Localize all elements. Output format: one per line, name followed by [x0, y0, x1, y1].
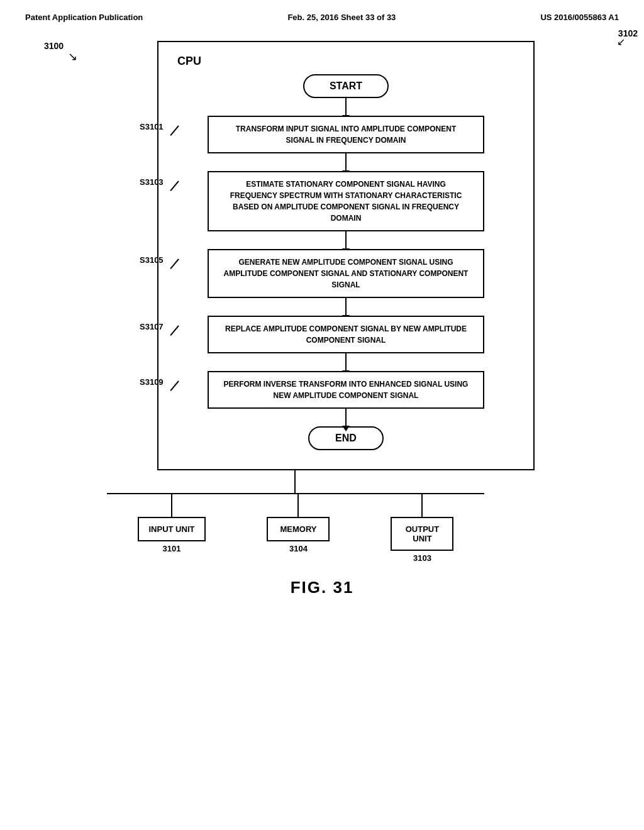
process-s3105: GENERATE NEW AMPLITUDE COMPONENT SIGNAL … [208, 249, 484, 298]
cpu-label: CPU [177, 55, 514, 68]
arrow-4 [345, 298, 347, 316]
output-unit-box: OUTPUT UNIT [391, 517, 453, 551]
step-label-s3103: S3103 [140, 177, 164, 187]
output-unit-vline [421, 494, 423, 517]
input-unit-vline [171, 494, 172, 517]
header: Patent Application Publication Feb. 25, … [25, 13, 619, 28]
flowchart: START S3101 TRANSFORM INPUT SIGNAL INTO … [177, 74, 514, 450]
figure-label: FIG. 31 [25, 578, 619, 597]
arrow-1 [345, 98, 347, 116]
memory-col: MEMORY 3104 [267, 494, 330, 563]
memory-box: MEMORY [267, 517, 330, 541]
arrow-5 [345, 353, 347, 371]
outer-arrow: ↘ [68, 50, 77, 64]
memory-vline [297, 494, 299, 517]
output-unit-ref: 3103 [413, 553, 431, 563]
input-unit-col: INPUT UNIT 3101 [138, 494, 206, 563]
arrow-6 [345, 409, 347, 426]
process-s3107: REPLACE AMPLITUDE COMPONENT SIGNAL BY NE… [208, 316, 484, 353]
process-s3109: PERFORM INVERSE TRANSFORM INTO ENHANCED … [208, 371, 484, 409]
process-s3101: TRANSFORM INPUT SIGNAL INTO AMPLITUDE CO… [208, 116, 484, 153]
step-label-s3107: S3107 [140, 322, 164, 331]
outer-ref-label: 3100 [44, 41, 64, 51]
component-row: INPUT UNIT 3101 MEMORY 3104 OUTPUT UNIT … [107, 494, 484, 563]
arrow-3 [345, 231, 347, 249]
page: Patent Application Publication Feb. 25, … [0, 0, 644, 830]
cpu-ref-arrow: ↙ [617, 36, 625, 48]
step-tick-s3103 [170, 180, 179, 191]
vertical-center-line [294, 470, 296, 493]
input-unit-box: INPUT UNIT [138, 517, 206, 541]
start-capsule: START [303, 74, 389, 98]
step-label-s3105: S3105 [140, 255, 164, 265]
header-left: Patent Application Publication [25, 13, 143, 22]
step-label-s3101: S3101 [140, 122, 164, 131]
step-tick-s3109 [170, 380, 179, 391]
step-tick-s3101 [170, 125, 179, 136]
step-label-s3109: S3109 [140, 377, 164, 387]
cpu-box: CPU START S3101 TRANSFORM INPUT SIGNAL I… [157, 41, 535, 470]
header-center: Feb. 25, 2016 Sheet 33 of 33 [287, 13, 396, 22]
arrow-2 [345, 153, 347, 171]
step-tick-s3105 [170, 258, 179, 269]
output-unit-col: OUTPUT UNIT 3103 [391, 494, 453, 563]
process-s3103: ESTIMATE STATIONARY COMPONENT SIGNAL HAV… [208, 171, 484, 231]
bottom-section: INPUT UNIT 3101 MEMORY 3104 OUTPUT UNIT … [107, 470, 484, 563]
header-right: US 2016/0055863 A1 [540, 13, 619, 22]
input-unit-ref: 3101 [163, 544, 181, 553]
step-tick-s3107 [170, 325, 179, 336]
memory-ref: 3104 [289, 544, 308, 553]
